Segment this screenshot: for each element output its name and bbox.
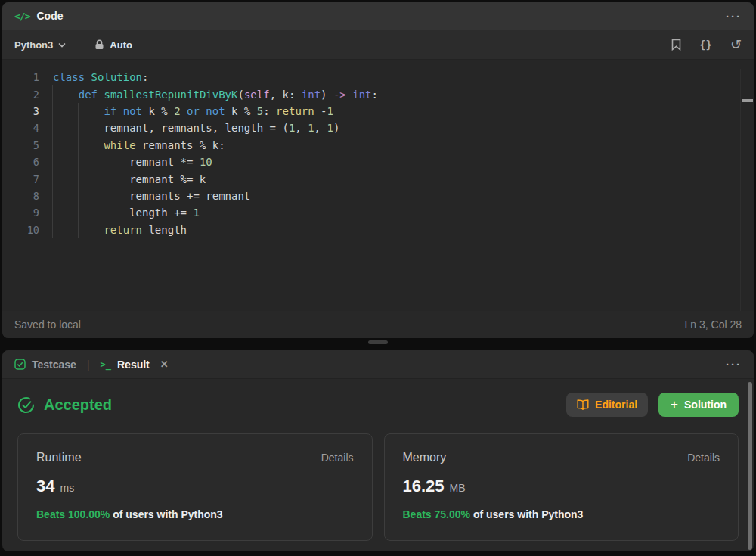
tab-result[interactable]: >_ Result ✕ bbox=[101, 359, 169, 371]
line-number: 6 bbox=[2, 156, 39, 168]
accepted-check-icon bbox=[17, 396, 35, 414]
language-label: Python3 bbox=[14, 39, 53, 51]
line-number: 5 bbox=[2, 139, 39, 151]
runtime-beats: Beats 100.00% bbox=[36, 508, 110, 520]
memory-title: Memory bbox=[403, 451, 447, 464]
indent-guide bbox=[104, 154, 104, 222]
code-panel: </> Code ··· Python3 Auto {} ↺ 1class So… bbox=[2, 2, 754, 338]
book-icon bbox=[577, 399, 589, 410]
code-editor[interactable]: 1class Solution:2 def smallestRepunitDiv… bbox=[2, 60, 754, 313]
memory-unit: MB bbox=[450, 482, 466, 494]
chevron-down-icon bbox=[58, 42, 66, 48]
console-more-button[interactable]: ··· bbox=[726, 358, 742, 371]
lock-icon bbox=[94, 39, 104, 50]
runtime-title: Runtime bbox=[36, 451, 82, 464]
indent-guide bbox=[78, 103, 79, 238]
code-line[interactable]: 2 def smallestRepunitDivByK(self, k: int… bbox=[2, 85, 754, 102]
bookmark-icon[interactable] bbox=[671, 39, 681, 51]
accepted-status: Accepted bbox=[17, 396, 112, 414]
tab-divider: | bbox=[87, 359, 90, 371]
code-line[interactable]: 9 length += 1 bbox=[2, 204, 754, 221]
tab-testcase[interactable]: Testcase bbox=[14, 359, 76, 371]
save-status: Saved to local bbox=[14, 318, 81, 331]
line-number: 8 bbox=[2, 190, 39, 202]
code-line[interactable]: 4 remnant, remnants, length = (1, 1, 1) bbox=[2, 120, 754, 136]
line-number: 10 bbox=[2, 224, 39, 236]
result-body: Accepted Editorial + Solution Runtime bbox=[2, 379, 754, 541]
cursor-position: Ln 3, Col 28 bbox=[685, 318, 742, 331]
memory-beats-suffix: of users with Python3 bbox=[470, 508, 583, 520]
line-number: 7 bbox=[2, 173, 39, 185]
result-scrollbar-thumb[interactable] bbox=[748, 382, 752, 550]
auto-label: Auto bbox=[110, 39, 132, 51]
console-tabbar: Testcase | >_ Result ✕ ··· bbox=[2, 350, 754, 379]
code-line[interactable]: 5 while remnants % k: bbox=[2, 137, 754, 154]
reset-code-icon[interactable]: ↺ bbox=[730, 39, 742, 50]
panel-more-button[interactable]: ··· bbox=[726, 10, 742, 23]
editor-toolbar: Python3 Auto {} ↺ bbox=[2, 30, 754, 60]
memory-details-link[interactable]: Details bbox=[687, 452, 720, 464]
format-code-icon[interactable]: {} bbox=[699, 39, 712, 51]
line-number: 1 bbox=[2, 71, 39, 83]
line-number: 9 bbox=[2, 207, 39, 219]
memory-value: 16.25 bbox=[403, 477, 445, 496]
testcase-check-icon bbox=[14, 359, 26, 370]
tab-result-label: Result bbox=[117, 359, 150, 371]
indent-guide bbox=[52, 85, 53, 238]
code-line[interactable]: 10 return length bbox=[2, 222, 754, 238]
code-line[interactable]: 7 remnant %= k bbox=[2, 170, 754, 187]
editor-scrollbar-thumb[interactable] bbox=[742, 99, 753, 102]
code-line[interactable]: 6 remnant *= 10 bbox=[2, 154, 754, 170]
code-panel-header: </> Code ··· bbox=[2, 2, 754, 30]
runtime-value: 34 bbox=[36, 477, 54, 496]
terminal-icon: >_ bbox=[101, 359, 111, 370]
runtime-card[interactable]: Runtime Details 34 ms Beats 100.00% of u… bbox=[17, 433, 373, 541]
editorial-label: Editorial bbox=[595, 399, 637, 411]
code-line[interactable]: 1class Solution: bbox=[2, 69, 754, 85]
editor-statusbar: Saved to local Ln 3, Col 28 bbox=[2, 311, 754, 338]
code-line[interactable]: 3 if not k % 2 or not k % 5: return -1 bbox=[2, 103, 754, 120]
code-icon: </> bbox=[14, 11, 29, 22]
auto-toggle[interactable]: Auto bbox=[94, 39, 132, 51]
line-number: 2 bbox=[2, 89, 39, 101]
code-panel-title: Code bbox=[36, 10, 63, 22]
result-panel: Testcase | >_ Result ✕ ··· Accepted bbox=[2, 350, 754, 551]
editorial-button[interactable]: Editorial bbox=[566, 393, 648, 417]
language-selector[interactable]: Python3 bbox=[14, 39, 66, 51]
close-icon[interactable]: ✕ bbox=[160, 359, 169, 370]
tab-testcase-label: Testcase bbox=[32, 359, 76, 371]
line-number: 4 bbox=[2, 122, 39, 134]
runtime-details-link[interactable]: Details bbox=[321, 452, 354, 464]
plus-icon: + bbox=[671, 397, 678, 412]
memory-card[interactable]: Memory Details 16.25 MB Beats 75.00% of … bbox=[384, 433, 739, 541]
editor-overview-ruler bbox=[740, 69, 741, 313]
code-line[interactable]: 8 remnants += remnant bbox=[2, 188, 754, 204]
code-lines: 1class Solution:2 def smallestRepunitDiv… bbox=[2, 69, 754, 238]
memory-beats: Beats 75.00% bbox=[403, 508, 471, 520]
line-number: 3 bbox=[2, 105, 39, 117]
runtime-unit: ms bbox=[60, 482, 74, 494]
solution-label: Solution bbox=[684, 399, 727, 411]
solution-button[interactable]: + Solution bbox=[658, 393, 739, 417]
accepted-label: Accepted bbox=[44, 396, 112, 414]
panel-resize-handle[interactable] bbox=[368, 340, 388, 344]
runtime-beats-suffix: of users with Python3 bbox=[110, 508, 222, 520]
